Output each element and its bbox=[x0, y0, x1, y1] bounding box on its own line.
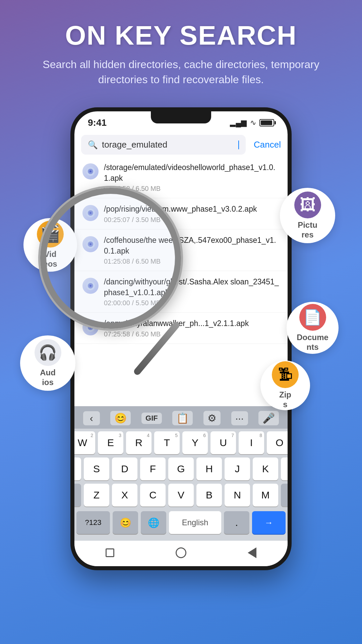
kb-key-d[interactable]: D bbox=[112, 458, 137, 480]
result-text-1: /storage/emulated/videoshelloworld_phase… bbox=[104, 162, 280, 193]
nav-home-icon bbox=[176, 547, 186, 558]
kb-enter-key[interactable]: → bbox=[252, 511, 286, 534]
kb-shift-key[interactable]: ⇧ bbox=[74, 484, 81, 506]
kb-sticker-button[interactable]: 😊 bbox=[110, 411, 131, 425]
pictures-icon: 🖼 bbox=[294, 192, 321, 218]
result-item-2[interactable]: /pop/rising/vietnam.www_phase1_v3.0.2.ap… bbox=[74, 198, 288, 229]
kb-key-v[interactable]: V bbox=[168, 484, 194, 506]
result-item-4[interactable]: /dancing/withyour/ghost/.Sasha.Alex sloa… bbox=[74, 271, 288, 313]
kb-key-e[interactable]: 3E bbox=[98, 431, 123, 454]
hero-subtitle: Search all hidden directories, cache dir… bbox=[0, 51, 362, 87]
result-path-3: /coffehouse/the week SZA,.547exo00_phase… bbox=[104, 235, 280, 256]
svg-point-8 bbox=[89, 243, 92, 245]
kb-back-button[interactable]: ‹ bbox=[83, 411, 100, 425]
kb-clipboard-button[interactable]: 📋 bbox=[172, 411, 193, 425]
kb-key-z[interactable]: Z bbox=[84, 484, 109, 506]
kb-key-u[interactable]: 7U bbox=[210, 431, 236, 454]
kb-key-b[interactable]: B bbox=[196, 484, 222, 506]
svg-point-14 bbox=[89, 326, 92, 328]
kb-globe-button[interactable]: 🌐 bbox=[141, 511, 166, 534]
phone-frame: 9:41 ▂▄▆ ∿ 🔍 torage_emulated Cancel bbox=[70, 107, 292, 570]
kb-space-key[interactable]: English bbox=[169, 511, 221, 534]
kb-gif-button[interactable]: GIF bbox=[141, 413, 162, 424]
kb-key-l[interactable]: L bbox=[281, 458, 288, 480]
kb-row-3: ⇧ Z X C V B N M ⌫ bbox=[76, 484, 286, 506]
result-meta-1: 07:25:58 / 6.50 MB bbox=[104, 185, 280, 193]
kb-key-f[interactable]: F bbox=[140, 458, 166, 480]
search-bar-wrap: 🔍 torage_emulated Cancel bbox=[74, 131, 288, 157]
kb-key-r[interactable]: 4R bbox=[126, 431, 152, 454]
kb-key-h[interactable]: H bbox=[196, 458, 222, 480]
documents-bubble[interactable]: 📄 Documents bbox=[287, 302, 339, 354]
search-input[interactable]: torage_emulated bbox=[102, 140, 234, 150]
phone-notch bbox=[151, 111, 211, 123]
kb-settings-button[interactable]: ⚙ bbox=[203, 411, 221, 425]
svg-point-11 bbox=[89, 285, 92, 287]
kb-mic-button[interactable]: 🎤 bbox=[258, 411, 279, 425]
zips-bubble[interactable]: 🗜 Zips bbox=[260, 361, 310, 410]
audios-icon: 🎧 bbox=[35, 339, 61, 366]
result-meta-3: 01:25:08 / 6.50 MB bbox=[104, 258, 280, 265]
videos-label: Videos bbox=[43, 250, 57, 269]
nav-back-icon bbox=[248, 547, 256, 558]
kb-key-k[interactable]: K bbox=[253, 458, 278, 480]
zips-icon: 🗜 bbox=[272, 361, 299, 388]
pictures-bubble[interactable]: 🖼 Pictures bbox=[280, 188, 335, 243]
kb-key-i[interactable]: 8I bbox=[239, 431, 264, 454]
pictures-label: Pictures bbox=[298, 220, 317, 240]
kb-key-n[interactable]: N bbox=[225, 484, 250, 506]
result-icon-5 bbox=[82, 319, 99, 335]
kb-period-key[interactable]: . bbox=[224, 511, 249, 534]
status-icons: ▂▄▆ ∿ bbox=[230, 118, 274, 127]
cancel-button[interactable]: Cancel bbox=[250, 140, 281, 150]
kb-key-j[interactable]: J bbox=[225, 458, 250, 480]
result-icon-4 bbox=[82, 278, 99, 294]
search-bar[interactable]: 🔍 torage_emulated bbox=[81, 135, 246, 155]
svg-point-5 bbox=[89, 212, 92, 214]
kb-key-g[interactable]: G bbox=[168, 458, 194, 480]
kb-row-1: 1Q 2W 3E 4R 5T 6Y 7U 8I 9O 0P bbox=[76, 431, 286, 454]
nav-back-button[interactable] bbox=[245, 545, 259, 560]
kb-key-o[interactable]: 9O bbox=[267, 431, 288, 454]
kb-key-y[interactable]: 6Y bbox=[182, 431, 208, 454]
nav-home-button[interactable] bbox=[174, 545, 188, 560]
documents-icon: 📄 bbox=[299, 304, 326, 331]
keyboard[interactable]: ‹ 😊 GIF 📋 ⚙ ··· 🎤 1Q 2W 3E 4R 5T 6Y 7U bbox=[74, 406, 288, 566]
result-meta-5: 07:25:58 / 6.50 MB bbox=[104, 330, 280, 338]
documents-label: Documents bbox=[297, 333, 328, 352]
result-icon-3 bbox=[82, 236, 99, 252]
kb-emoji-button[interactable]: 😊 bbox=[113, 511, 138, 534]
kb-num-button[interactable]: ?123 bbox=[76, 511, 110, 534]
result-text-4: /dancing/withyour/ghost/.Sasha.Alex sloa… bbox=[104, 276, 280, 307]
audios-bubble[interactable]: 🎧 Audios bbox=[20, 335, 75, 391]
result-path-1: /storage/emulated/videoshelloworld_phase… bbox=[104, 162, 280, 183]
kb-key-t[interactable]: 5T bbox=[154, 431, 180, 454]
kb-backspace-key[interactable]: ⌫ bbox=[281, 484, 288, 506]
kb-key-a[interactable]: A bbox=[74, 458, 81, 480]
kb-key-x[interactable]: X bbox=[112, 484, 137, 506]
nav-recents-icon bbox=[106, 548, 114, 557]
kb-more-button[interactable]: ··· bbox=[231, 411, 248, 425]
result-item-5[interactable]: /onmy/way/alanwwalker_ph...1_v2.1.1.apk … bbox=[74, 313, 288, 343]
result-path-2: /pop/rising/vietnam.www_phase1_v3.0.2.ap… bbox=[104, 204, 280, 214]
nav-bar bbox=[74, 541, 288, 566]
svg-point-2 bbox=[89, 170, 92, 172]
result-text-5: /onmy/way/alanwwalker_ph...1_v2.1.1.apk … bbox=[104, 318, 280, 338]
kb-key-s[interactable]: S bbox=[84, 458, 109, 480]
kb-key-c[interactable]: C bbox=[140, 484, 166, 506]
status-time: 9:41 bbox=[88, 117, 107, 128]
videos-icon: 🎬 bbox=[37, 221, 64, 248]
kb-key-m[interactable]: M bbox=[253, 484, 278, 506]
result-icon-1 bbox=[82, 163, 99, 179]
result-meta-2: 00:25:07 / 3.50 MB bbox=[104, 216, 280, 224]
audios-label: Audios bbox=[40, 368, 56, 387]
wifi-icon: ∿ bbox=[250, 118, 256, 127]
hero-title: ON KEY SEARCH bbox=[0, 0, 362, 51]
zips-label: Zips bbox=[279, 390, 291, 410]
nav-square-button[interactable] bbox=[103, 545, 117, 560]
kb-key-w[interactable]: 2W bbox=[74, 431, 95, 454]
result-item-1[interactable]: /storage/emulated/videoshelloworld_phase… bbox=[74, 157, 288, 198]
result-item-3[interactable]: /coffehouse/the week SZA,.547exo00_phase… bbox=[74, 229, 288, 271]
battery-icon bbox=[259, 119, 274, 126]
videos-bubble[interactable]: 🎬 Videos bbox=[23, 218, 77, 272]
